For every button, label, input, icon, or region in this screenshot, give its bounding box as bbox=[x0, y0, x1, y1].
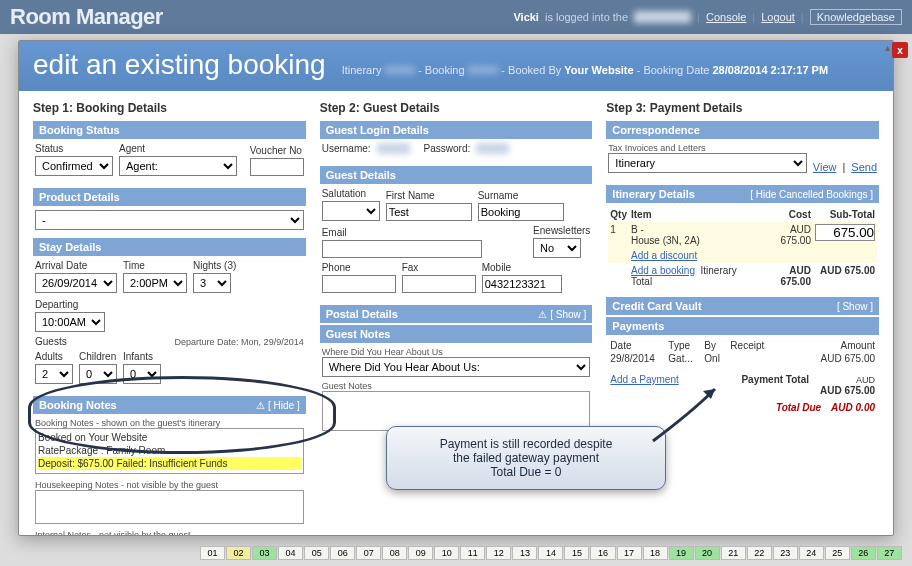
nights-select[interactable]: 3 bbox=[193, 273, 231, 293]
scroll-up-icon[interactable]: ▴ bbox=[885, 42, 890, 53]
salutation-select[interactable] bbox=[322, 201, 380, 221]
step1-column: Step 1: Booking Details Booking Status S… bbox=[33, 101, 306, 515]
guest-notes-textarea[interactable] bbox=[322, 391, 591, 431]
arrow-icon bbox=[643, 371, 733, 461]
add-booking-link[interactable]: Add a booking bbox=[631, 265, 695, 276]
add-discount-link[interactable]: Add a discount bbox=[631, 250, 755, 261]
arrival-date-select[interactable]: 26/09/2014 bbox=[35, 273, 117, 293]
cc-vault-header: Credit Card Vault[ Show ] bbox=[606, 297, 879, 315]
payments-header: Payments bbox=[606, 317, 879, 335]
tenant-name-blurred: xxxxxx bbox=[634, 11, 691, 23]
user-name: Vicki bbox=[513, 11, 539, 23]
step3-heading: Step 3: Payment Details bbox=[606, 101, 879, 115]
logged-into-text: is logged into the bbox=[545, 11, 628, 23]
agent-select[interactable]: Agent: bbox=[119, 156, 237, 176]
correspondence-header: Correspondence bbox=[606, 121, 879, 139]
departing-time-select[interactable]: 10:00AM bbox=[35, 312, 105, 332]
console-link[interactable]: Console bbox=[706, 11, 746, 23]
booking-notes-textarea[interactable]: Booked on Your Website RatePackage : Fam… bbox=[35, 428, 304, 474]
annotation-callout: Payment is still recorded despite the fa… bbox=[386, 426, 666, 490]
header-right: Vicki is logged into the xxxxxx | Consol… bbox=[513, 9, 902, 25]
stay-details-header: Stay Details bbox=[33, 238, 306, 256]
voucher-input[interactable] bbox=[250, 158, 304, 176]
app-title: Room Manager bbox=[10, 4, 163, 30]
housekeeping-hint: Housekeeping Notes - not visible by the … bbox=[35, 480, 304, 490]
payment-row: 29/8/2014 Gat... Onl AUD 675.00 bbox=[608, 352, 877, 365]
arrival-time-select[interactable]: 2:00PM bbox=[123, 273, 187, 293]
view-link[interactable]: View bbox=[813, 161, 837, 173]
modal-title: edit an existing booking bbox=[33, 49, 326, 81]
show-postal-link[interactable]: [ Show ] bbox=[550, 309, 586, 320]
step2-heading: Step 2: Guest Details bbox=[320, 101, 593, 115]
show-vault-link[interactable]: [ Show ] bbox=[837, 301, 873, 312]
itinerary-table: QtyItemCostSub-Total 1 B -House (3N, 2A)… bbox=[608, 207, 877, 289]
wdyh-select[interactable]: Where Did You Hear About Us: bbox=[322, 357, 591, 377]
booking-notes-header: Booking Notes ⚠ [ Hide ] bbox=[33, 396, 306, 414]
close-icon[interactable]: x bbox=[892, 42, 908, 58]
fax-input[interactable] bbox=[402, 275, 476, 293]
warning-icon: ⚠ bbox=[538, 309, 547, 320]
total-due-label: Total Due bbox=[776, 402, 821, 413]
itinerary-row: 1 B -House (3N, 2A) Add a discount AUD 6… bbox=[608, 222, 877, 263]
booking-notes-hint: Booking Notes - shown on the guest's iti… bbox=[35, 418, 304, 428]
modal-title-bar: edit an existing booking Itinerary 00000… bbox=[19, 41, 893, 91]
calendar-strip: 0102030405060708091011121314151617181920… bbox=[200, 546, 902, 560]
username-blurred: x bbox=[377, 143, 410, 154]
total-due-value: AUD 0.00 bbox=[831, 402, 875, 413]
guest-details-header: Guest Details bbox=[320, 166, 593, 184]
infants-select[interactable]: 0 bbox=[123, 364, 161, 384]
surname-input[interactable] bbox=[478, 203, 564, 221]
hide-notes-link[interactable]: [ Hide ] bbox=[268, 400, 300, 411]
departure-note: Departure Date: Mon, 29/9/2014 bbox=[175, 337, 304, 347]
hide-cancelled-link[interactable]: [ Hide Cancelled Bookings ] bbox=[750, 189, 873, 200]
send-link[interactable]: Send bbox=[851, 161, 877, 173]
email-input[interactable] bbox=[322, 240, 482, 258]
enews-select[interactable]: No bbox=[533, 238, 581, 258]
guest-notes-header: Guest Notes bbox=[320, 325, 593, 343]
step1-heading: Step 1: Booking Details bbox=[33, 101, 306, 115]
correspondence-select[interactable]: Itinerary bbox=[608, 153, 806, 173]
subtotal-input[interactable] bbox=[815, 224, 875, 241]
booking-status-header: Booking Status bbox=[33, 121, 306, 139]
guest-login-header: Guest Login Details bbox=[320, 121, 593, 139]
failed-deposit-line: Deposit: $675.00 Failed: Insufficient Fu… bbox=[38, 457, 301, 470]
adults-select[interactable]: 2 bbox=[35, 364, 73, 384]
internal-hint: Internal Notes - not visible by the gues… bbox=[35, 530, 304, 536]
warning-icon: ⚠ bbox=[256, 400, 265, 411]
itinerary-details-header: Itinerary Details[ Hide Cancelled Bookin… bbox=[606, 185, 879, 203]
app-header: Room Manager Vicki is logged into the xx… bbox=[0, 0, 912, 34]
housekeeping-notes-textarea[interactable] bbox=[35, 490, 304, 524]
mobile-input[interactable] bbox=[482, 275, 562, 293]
postal-details-header: Postal Details⚠ [ Show ] bbox=[320, 305, 593, 323]
logout-link[interactable]: Logout bbox=[761, 11, 795, 23]
password-blurred: x bbox=[476, 143, 509, 154]
product-details-header: Product Details bbox=[33, 188, 306, 206]
modal-meta: Itinerary 00000 - Booking 00000 - Booked… bbox=[342, 64, 828, 76]
knowledgebase-link[interactable]: Knowledgebase bbox=[810, 9, 902, 25]
status-select[interactable]: Confirmed bbox=[35, 156, 113, 176]
phone-input[interactable] bbox=[322, 275, 396, 293]
firstname-input[interactable] bbox=[386, 203, 472, 221]
product-select[interactable]: - bbox=[35, 210, 304, 230]
children-select[interactable]: 0 bbox=[79, 364, 117, 384]
